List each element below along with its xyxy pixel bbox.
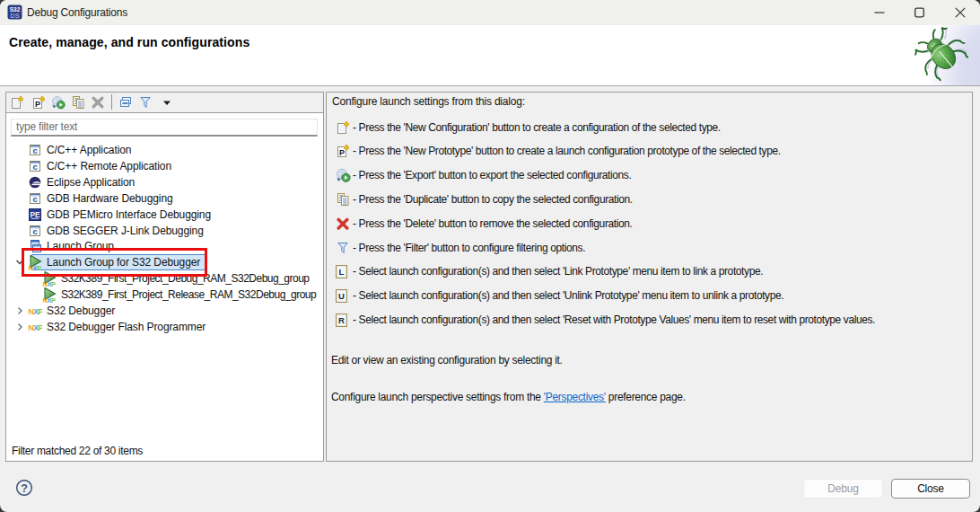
svg-text:c: c bbox=[32, 162, 37, 172]
svg-text:?: ? bbox=[21, 482, 28, 495]
svg-text:NXP: NXP bbox=[29, 323, 43, 332]
svg-text:R: R bbox=[338, 315, 345, 325]
svg-text:P: P bbox=[35, 100, 40, 109]
svg-text:P: P bbox=[339, 148, 345, 157]
svg-text:L: L bbox=[339, 267, 345, 277]
svg-text:c: c bbox=[32, 226, 37, 236]
svg-text:PE: PE bbox=[30, 209, 40, 218]
svg-text:c: c bbox=[32, 146, 37, 155]
svg-text:c: c bbox=[32, 194, 37, 204]
svg-text:NXP: NXP bbox=[29, 307, 43, 316]
svg-text:U: U bbox=[338, 291, 345, 301]
svg-text:DS: DS bbox=[10, 12, 19, 20]
